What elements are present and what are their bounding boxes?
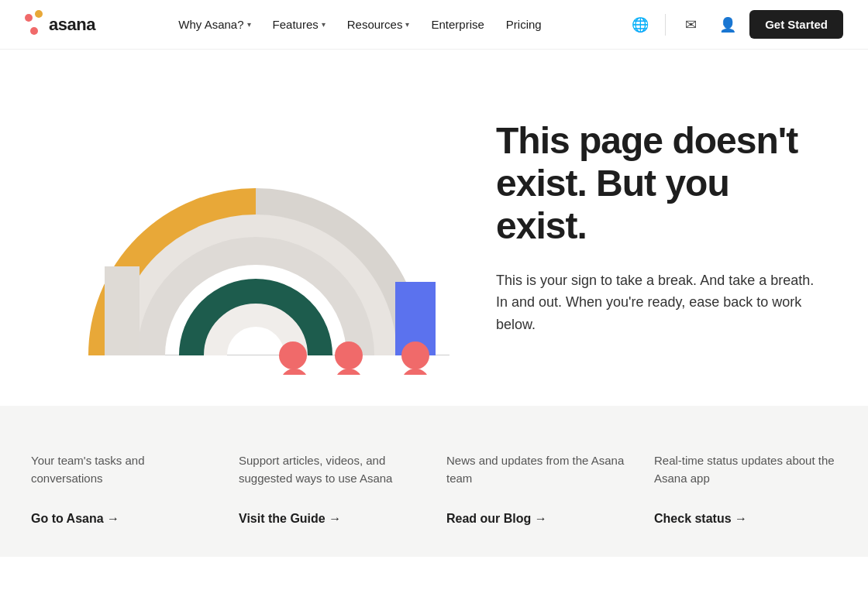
get-started-button[interactable]: Get Started xyxy=(749,10,843,39)
footer-card-1: Support articles, videos, and suggested … xyxy=(239,452,422,526)
svg-point-3 xyxy=(281,369,308,375)
mail-icon-button[interactable]: ✉ xyxy=(675,9,706,40)
globe-icon-button[interactable]: 🌐 xyxy=(625,9,656,40)
footer-desc-3: Real-time status updates about the Asana… xyxy=(654,452,837,487)
svg-point-8 xyxy=(335,341,363,369)
logo-dot-2 xyxy=(35,10,43,18)
user-icon-button[interactable]: 👤 xyxy=(712,9,743,40)
svg-point-7 xyxy=(279,341,307,369)
chevron-down-icon: ▾ xyxy=(405,20,409,29)
footer-link-1[interactable]: Visit the Guide → xyxy=(239,512,422,526)
nav-link-pricing[interactable]: Pricing xyxy=(497,12,551,37)
hero-body: This is your sign to take a break. And t… xyxy=(496,269,822,336)
nav-link-why-asana[interactable]: Why Asana? ▾ xyxy=(169,12,260,37)
logo-dot-3 xyxy=(30,27,38,35)
footer-desc-1: Support articles, videos, and suggested … xyxy=(239,452,422,487)
svg-point-5 xyxy=(401,369,429,375)
footer-link-2[interactable]: Read our Blog → xyxy=(446,512,629,526)
hero-text: This page doesn't exist. But you exist. … xyxy=(465,119,822,336)
hero-illustration xyxy=(31,81,465,375)
footer-desc-0: Your team's tasks and conversations xyxy=(31,452,214,487)
footer-card-3: Real-time status updates about the Asana… xyxy=(654,452,837,526)
footer-card-2: News and updates from the Asana team Rea… xyxy=(446,452,629,526)
footer-link-0[interactable]: Go to Asana → xyxy=(31,512,214,526)
footer-link-3[interactable]: Check status → xyxy=(654,512,837,526)
illustration-svg xyxy=(31,81,465,375)
svg-point-4 xyxy=(335,369,363,375)
nav-links: Why Asana? ▾ Features ▾ Resources ▾ Ente… xyxy=(169,12,550,37)
hero-title: This page doesn't exist. But you exist. xyxy=(496,119,822,248)
nav-divider xyxy=(665,14,666,36)
nav-link-resources[interactable]: Resources ▾ xyxy=(338,12,419,37)
nav-actions: 🌐 ✉ 👤 Get Started xyxy=(625,9,843,40)
svg-rect-1 xyxy=(105,266,140,355)
footer-card-0: Your team's tasks and conversations Go t… xyxy=(31,452,214,526)
nav-link-features[interactable]: Features ▾ xyxy=(264,12,335,37)
svg-point-9 xyxy=(401,341,429,369)
footer-grid: Your team's tasks and conversations Go t… xyxy=(31,452,837,526)
hero-section: This page doesn't exist. But you exist. … xyxy=(0,50,868,406)
footer-section: Your team's tasks and conversations Go t… xyxy=(0,406,868,557)
logo-text: asana xyxy=(49,15,95,35)
navbar: asana Why Asana? ▾ Features ▾ Resources … xyxy=(0,0,868,50)
logo[interactable]: asana xyxy=(25,14,95,35)
logo-icon xyxy=(25,14,43,35)
chevron-down-icon: ▾ xyxy=(322,20,326,29)
nav-link-enterprise[interactable]: Enterprise xyxy=(422,12,493,37)
chevron-down-icon: ▾ xyxy=(247,20,251,29)
footer-desc-2: News and updates from the Asana team xyxy=(446,452,629,487)
logo-dot-1 xyxy=(25,14,33,22)
